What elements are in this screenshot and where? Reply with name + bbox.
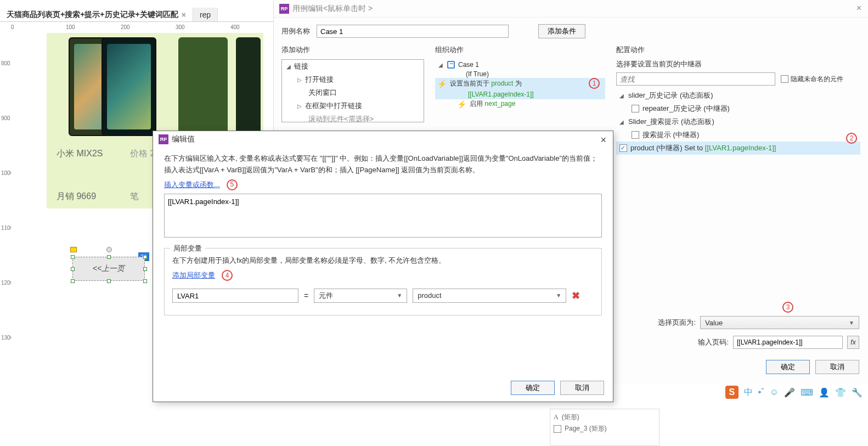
action-enable[interactable]: ⚡ 启用 next_page [435,99,605,109]
add-local-var-link[interactable]: 添加局部变量 [172,270,215,281]
delete-icon[interactable]: ✖ [572,288,580,304]
case-node[interactable]: ◢ Case 1 [435,59,605,70]
ok-button[interactable]: 确定 [766,360,810,374]
local-var-row: = 元件 ▼ product ▼ ✖ [172,288,594,304]
app-icon: RP [279,4,289,14]
ime-punct-icon[interactable]: •ˇ [758,387,764,397]
chevron-down-icon: ▼ [556,291,561,300]
product-name: 小米 MIX2S [57,148,103,160]
ime-toolbar[interactable]: S 中 •ˇ ☺ 🎤 ⌨ 👤 👕 🔧 [725,386,863,399]
organize-action-header: 组织动作 [435,45,605,55]
checkbox-icon[interactable] [632,105,639,112]
case-name-row: 用例名称 添加条件 [274,18,868,45]
phone-image [102,37,156,136]
case-name-label: 用例名称 [281,26,310,36]
resize-handle[interactable] [143,255,147,259]
expression-textarea[interactable] [164,194,602,238]
page-input-row: 输入页码: fx [698,336,859,349]
fieldset-legend: 局部变量 [170,243,205,255]
page-select-row: 选择页面为: Value ▼ 3 [658,316,859,329]
outline-panel[interactable]: A(矩形) Page_3 (矩形) [550,409,660,446]
bolt-icon: ⚡ [437,80,447,88]
panel-title: 用例编辑<鼠标单击时 > [292,4,373,14]
add-action-header: 添加动作 [281,45,424,55]
resize-handle[interactable] [71,279,75,283]
ime-lang[interactable]: 中 [744,387,753,398]
resize-handle[interactable] [71,267,75,271]
dialog-title-bar: RP 编辑值 × [153,131,613,148]
resize-handle[interactable] [107,279,111,283]
resize-handle[interactable] [71,255,75,259]
resize-handle[interactable] [143,279,147,283]
outline-item[interactable]: Page_3 (矩形) [553,423,657,434]
tab-inactive[interactable]: rep [193,8,218,21]
dialog-description: 在下方编辑区输入文本, 变量名称或表达式要写在 "[[""]]" 中。例如：插入… [164,153,602,176]
equals-label: = [304,290,308,302]
panel-title-bar: RP 用例编辑<鼠标单击时 > × [274,0,868,18]
ok-button[interactable]: 确定 [511,381,555,395]
local-vars-fieldset: 局部变量 在下方创建用于插入fx的局部变量，局部变量名称必须是字母、数字, 不允… [164,248,602,315]
annotation-2: 2 [846,133,857,144]
panel-buttons: 确定 取消 [766,360,859,374]
case-icon [447,61,455,69]
bolt-icon: ⚡ [457,100,466,109]
ruler-horizontal: 0 100 200 300 400 [11,23,274,33]
edit-value-dialog: RP 编辑值 × 在下方编辑区输入文本, 变量名称或表达式要写在 "[[""]]… [153,131,613,402]
outline-item[interactable]: A(矩形) [553,411,657,423]
page-number-input[interactable] [733,336,843,349]
sogou-icon[interactable]: S [725,386,739,399]
insert-variable-link[interactable]: 插入变量或函数... [164,179,220,191]
page-input-label: 输入页码: [698,337,729,347]
annotation-1: 1 [589,78,600,89]
selection-marker [70,247,77,252]
action-expression: [[LVAR1.pageIndex-1]] [435,89,605,99]
fx-button[interactable]: fx [847,336,859,349]
repeater-selected[interactable]: product (中继器) Set to [[LVAR1.pageIndex-1… [616,142,860,155]
product-price-label: 价格 2 [130,148,155,160]
dialog-buttons: 确定 取消 [511,381,604,395]
var-target-dropdown[interactable]: product ▼ [413,289,566,303]
page-select-label: 选择页面为: [658,318,696,328]
ime-person-icon[interactable]: 👤 [819,387,830,398]
action-set-page[interactable]: ⚡ 设置当前页于 product 为 [435,78,605,89]
rotate-handle[interactable] [106,247,112,252]
phone-image [178,37,228,136]
close-icon[interactable]: × [856,3,861,13]
cancel-button[interactable]: 取消 [560,381,604,395]
annotation-4: 4 [222,270,233,281]
action-tree[interactable]: ◢链接 ▷打开链接 关闭窗口 ▷在框架中打开链接 滚动到元件<需选择> [281,59,424,122]
close-icon[interactable]: × [182,10,186,19]
search-input[interactable] [616,72,775,86]
chevron-down-icon: ▼ [849,320,854,326]
dialog-title: 编辑值 [172,134,195,144]
page-select-dropdown[interactable]: Value ▼ [700,316,859,329]
checkbox-icon[interactable] [632,131,639,139]
ime-mic-icon[interactable]: 🎤 [784,387,795,398]
hide-unnamed-checkbox[interactable]: 隐藏未命名的元件 [781,75,843,84]
resize-handle[interactable] [107,255,111,259]
add-condition-button[interactable]: 添加条件 [538,24,585,38]
case-name-input[interactable] [317,25,509,38]
ime-toolbox-icon[interactable]: 🔧 [852,387,863,398]
checkbox-icon [554,425,561,433]
resize-handle[interactable] [143,267,147,271]
cancel-button[interactable]: 取消 [815,360,859,374]
repeater-tree[interactable]: ◢slider_历史记录 (动态面板) repeater_历史记录 (中继器) … [616,89,860,155]
ime-emoji-icon[interactable]: ☺ [770,387,779,397]
ime-keyboard-icon[interactable]: ⌨ [801,387,813,398]
config-subheader: 选择要设置当前页的中继器 [616,59,860,69]
var-name-input[interactable] [172,289,298,303]
tab-active[interactable]: 天猫商品列表页+搜索+提示+历史记录+关键词匹配 × [0,8,193,21]
ime-skin-icon[interactable]: 👕 [835,387,846,398]
tab-label: 天猫商品列表页+搜索+提示+历史记录+关键词匹配 [7,10,178,20]
product-pen: 笔 [130,191,139,202]
checkbox-icon [781,75,788,83]
chevron-down-icon: ▼ [397,291,402,300]
tab-label: rep [200,10,211,19]
close-icon[interactable]: × [600,134,606,146]
var-type-dropdown[interactable]: 元件 ▼ [314,289,407,303]
prev-page-button[interactable]: <<上一页 [72,257,145,281]
local-var-desc: 在下方创建用于插入fx的局部变量，局部变量名称必须是字母、数字, 不允许包含空格… [172,255,594,267]
phone-image [236,37,261,136]
checkbox-checked-icon[interactable] [619,144,627,152]
